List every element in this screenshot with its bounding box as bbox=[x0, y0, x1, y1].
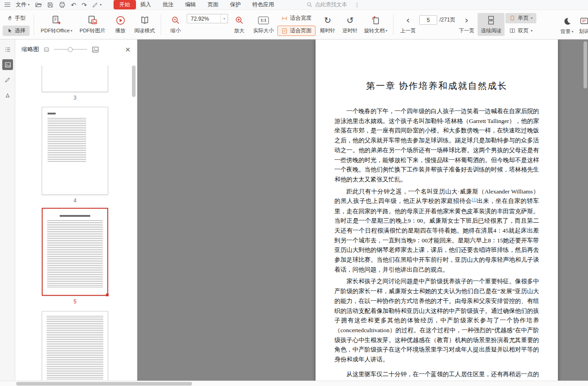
large-thumbnail-size-icon[interactable] bbox=[92, 46, 99, 53]
signature-panel-button[interactable] bbox=[2, 90, 13, 101]
ribbon-toolbar: 手型 选择 PDF转Office▾ PDF转图片 播放 bbox=[0, 10, 588, 39]
file-menu-label: 文件 bbox=[16, 1, 26, 9]
thumbnail-frame-selected bbox=[42, 208, 108, 296]
select-tool-label: 选择 bbox=[15, 27, 26, 35]
page-view-group: 单页 ▾ 双页 ▾ bbox=[505, 13, 536, 36]
page-total-label: /271页 bbox=[439, 16, 455, 24]
thumbnail-page-4[interactable]: 4 bbox=[42, 107, 108, 204]
thumbnail-frame bbox=[42, 107, 108, 195]
double-page-button[interactable]: 双页 ▾ bbox=[505, 26, 536, 36]
chevron-down-icon: ▾ bbox=[386, 29, 387, 33]
save-button[interactable] bbox=[47, 2, 53, 8]
play-icon bbox=[115, 15, 126, 26]
separator bbox=[393, 14, 394, 35]
quick-annotate-button[interactable]: ▾ bbox=[92, 2, 101, 8]
thumbnail-frame bbox=[42, 66, 108, 92]
fit-group: 适合宽度 适合页面 bbox=[277, 13, 316, 36]
word-select-icon bbox=[579, 16, 588, 26]
hand-tool-button[interactable]: 手型 bbox=[3, 13, 30, 23]
horizontal-scrollbar-thumb[interactable] bbox=[16, 382, 192, 386]
thumbnail-page-3[interactable]: 3 bbox=[42, 66, 108, 101]
continuous-reading-button[interactable]: 连续阅读 bbox=[478, 13, 505, 36]
main-menu-button[interactable] bbox=[4, 3, 10, 7]
small-thumbnail-size-icon[interactable] bbox=[44, 47, 49, 53]
pdf-to-office-icon bbox=[51, 15, 62, 26]
selection-handle[interactable] bbox=[106, 294, 109, 296]
next-page-button[interactable]: › 下一页 bbox=[455, 13, 478, 36]
thumbnail-page-number: 4 bbox=[42, 197, 108, 204]
fit-width-button[interactable]: 适合宽度 bbox=[277, 13, 316, 23]
fit-page-icon bbox=[281, 28, 288, 34]
rotate-clockwise-label: 顺时针 bbox=[320, 27, 336, 34]
read-mode-button[interactable]: 阅读模式 bbox=[132, 13, 158, 36]
page-thumbnail-icon bbox=[4, 61, 11, 68]
redo-button[interactable]: ↷ bbox=[82, 1, 87, 9]
more-options-icon[interactable]: ⋮ bbox=[355, 2, 360, 8]
pdf-to-image-button[interactable]: PDF转图片 bbox=[76, 13, 109, 36]
thumbnail-page-5[interactable]: 5 bbox=[42, 208, 108, 305]
chapter-title: 第一章 协作培养和成就自然成长 bbox=[334, 80, 539, 92]
thumbnail-frame bbox=[42, 311, 108, 381]
play-button[interactable]: 播放 bbox=[109, 13, 132, 36]
previous-page-button[interactable]: ‹ 上一页 bbox=[397, 13, 419, 36]
close-panel-icon[interactable]: ✕ bbox=[125, 46, 131, 53]
moon-icon bbox=[562, 16, 572, 26]
word-select-button[interactable]: 划词 bbox=[573, 14, 588, 37]
zoom-out-button[interactable]: 缩小 bbox=[164, 13, 187, 36]
pdf-to-office-button[interactable]: PDF转Office▾ bbox=[37, 13, 76, 36]
rotate-clockwise-icon: ↻ bbox=[324, 16, 331, 25]
actual-size-button[interactable]: 1:1 实际大小 bbox=[250, 13, 276, 36]
wps-pdf-app-window: 文件 ▾ ↶ ↷ ▾ 开始 插入 批注 编辑 页面 保护 特色应用 点 bbox=[0, 0, 588, 386]
annotation-panel-button[interactable] bbox=[2, 75, 13, 85]
hand-tool-label: 手型 bbox=[15, 14, 26, 22]
tab-special-apps[interactable]: 特色应用 bbox=[253, 1, 274, 9]
play-label: 播放 bbox=[115, 27, 126, 34]
undo-button[interactable]: ↶ bbox=[71, 1, 76, 9]
chevron-right-icon: › bbox=[465, 16, 468, 24]
tab-edit[interactable]: 编辑 bbox=[185, 1, 196, 9]
cursor-icon bbox=[7, 28, 13, 34]
tab-insert[interactable]: 插入 bbox=[140, 1, 151, 9]
thumbnail-page-number: 3 bbox=[42, 95, 108, 101]
page-number-input[interactable] bbox=[419, 15, 437, 25]
previous-page-label: 上一页 bbox=[400, 27, 416, 34]
outline-panel-button[interactable] bbox=[2, 44, 13, 55]
open-file-button[interactable] bbox=[35, 1, 42, 8]
word-select-label: 划词 bbox=[579, 28, 588, 35]
zoom-level-combobox[interactable]: 72.92% ▾ bbox=[187, 14, 228, 23]
fit-page-label: 适合页面 bbox=[290, 27, 312, 35]
rotate-counterclockwise-button[interactable]: ↺ 逆时针 bbox=[339, 13, 361, 36]
single-page-icon bbox=[509, 15, 515, 21]
continuous-reading-icon bbox=[486, 15, 496, 26]
chevron-down-icon[interactable]: ▾ bbox=[220, 14, 228, 23]
tab-home[interactable]: 开始 bbox=[114, 0, 136, 9]
file-menu[interactable]: 文件 ▾ bbox=[16, 1, 30, 9]
chevron-down-icon: ▾ bbox=[531, 16, 532, 20]
zoom-in-button[interactable]: 放大 bbox=[228, 13, 250, 36]
thumbnail-page-6[interactable]: 6 bbox=[42, 311, 108, 381]
pdf-to-image-label: PDF转图片 bbox=[79, 27, 105, 34]
undo-icon: ↶ bbox=[71, 1, 76, 9]
tab-annotate[interactable]: 批注 bbox=[163, 1, 174, 9]
find-text-box[interactable]: 点此查找文本 bbox=[307, 1, 347, 9]
rotate-document-button[interactable]: 旋转文档▾ bbox=[361, 13, 390, 36]
find-text-placeholder: 点此查找文本 bbox=[315, 1, 347, 9]
save-icon bbox=[47, 2, 53, 8]
footnote-link[interactable]: [1] bbox=[472, 197, 477, 202]
thumbnail-scrollbar-thumb[interactable] bbox=[132, 66, 136, 97]
pdf-to-office-label: PDF转Office bbox=[41, 27, 70, 34]
rotate-clockwise-button[interactable]: ↻ 顺时针 bbox=[316, 13, 339, 36]
signature-icon bbox=[4, 92, 11, 98]
print-button[interactable] bbox=[59, 1, 66, 8]
actual-size-icon: 1:1 bbox=[258, 15, 269, 26]
thumbnail-panel-button[interactable] bbox=[2, 59, 13, 70]
document-scrollbar-thumb[interactable] bbox=[584, 41, 587, 88]
select-tool-button[interactable]: 选择 bbox=[3, 26, 30, 36]
fit-page-button[interactable]: 适合页面 bbox=[277, 26, 316, 36]
slider-handle[interactable] bbox=[68, 47, 73, 52]
tab-page[interactable]: 页面 bbox=[208, 1, 219, 9]
rotate-document-label: 旋转文档 bbox=[364, 27, 385, 34]
single-page-button[interactable]: 单页 ▾ bbox=[505, 13, 536, 23]
thumbnail-size-slider[interactable] bbox=[54, 49, 87, 50]
tab-protect[interactable]: 保护 bbox=[230, 1, 241, 9]
